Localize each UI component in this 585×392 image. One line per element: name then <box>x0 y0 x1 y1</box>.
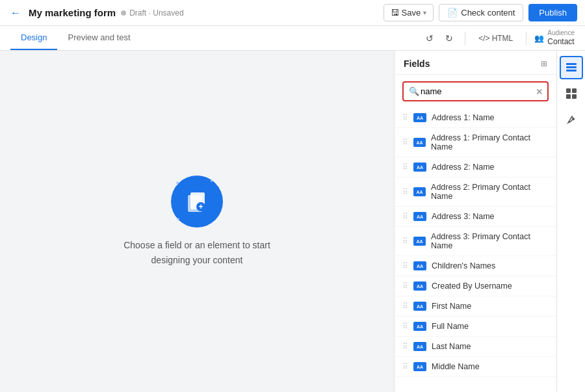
redo-button[interactable]: ↻ <box>441 31 457 46</box>
field-type-icon: AA <box>413 322 426 331</box>
side-tool-add[interactable] <box>560 82 583 105</box>
list-item[interactable]: ⠿ AA Address 1: Primary Contact Name <box>395 128 556 157</box>
check-content-button[interactable]: 📄 Check content <box>439 4 523 21</box>
fields-title: Fields <box>404 59 430 69</box>
field-type-icon: AA <box>413 281 426 291</box>
svg-rect-5 <box>566 66 577 68</box>
drag-handle-icon: ⠿ <box>402 302 408 311</box>
main-layout: ✦ ✦ ✦ + Choose a field or an element to … <box>0 51 585 392</box>
chevron-down-icon: ▾ <box>423 9 426 16</box>
audience-icon: 👥 <box>534 34 544 43</box>
sparkle-icon-1: ✦ <box>175 179 180 187</box>
list-item[interactable]: ⠿ AA Address 2: Name <box>395 157 556 177</box>
list-item[interactable]: ⠿ AA First Name <box>395 296 556 317</box>
canvas-area: ✦ ✦ ✦ + Choose a field or an element to … <box>0 51 394 392</box>
list-item[interactable]: ⠿ AA Address 2: Primary Contact Name <box>395 177 556 207</box>
drag-handle-icon: ⠿ <box>402 113 408 122</box>
audience-section: 👥 Audience Contact <box>534 29 575 47</box>
right-panel: Fields ⊞ 🔍 ✕ ⠿ AA Address 1: Name ⠿ AA A… <box>394 51 585 392</box>
undo-button[interactable]: ↺ <box>422 31 437 46</box>
drag-handle-icon: ⠿ <box>402 322 408 331</box>
list-item[interactable]: ⠿ AA Children's Names <box>395 256 556 276</box>
topbar-left: ← My marketing form Draft · Unsaved <box>8 6 377 20</box>
divider <box>465 32 465 45</box>
drag-handle-icon: ⠿ <box>402 163 408 172</box>
svg-rect-6 <box>566 70 577 72</box>
tab-bar: Design Preview and test ↺ ↻ </> HTML 👥 A… <box>0 26 585 51</box>
drag-handle-icon: ⠿ <box>402 281 408 291</box>
drag-handle-icon: ⠿ <box>402 362 408 371</box>
check-label: Check content <box>461 8 515 18</box>
search-box: 🔍 ✕ <box>402 81 549 101</box>
tabbar-right: ↺ ↻ </> HTML 👥 Audience Contact <box>422 29 575 47</box>
style-icon <box>566 114 577 125</box>
field-type-icon: AA <box>413 342 426 351</box>
svg-text:+: + <box>198 202 203 211</box>
fields-header: Fields ⊞ <box>395 51 556 75</box>
field-type-icon: AA <box>413 261 426 270</box>
topbar-right: 🖫 Save ▾ 📄 Check content Publish <box>384 4 577 21</box>
canvas-empty-icon: ✦ ✦ ✦ + <box>171 176 223 228</box>
fields-expand-button[interactable]: ⊞ <box>541 59 547 68</box>
svg-rect-4 <box>566 63 577 65</box>
undo-redo-group: ↺ ↻ <box>422 31 457 46</box>
drag-handle-icon: ⠿ <box>402 212 408 221</box>
svg-rect-7 <box>566 88 571 93</box>
check-icon: 📄 <box>447 8 458 18</box>
html-button[interactable]: </> HTML <box>473 31 518 46</box>
field-type-icon: AA <box>413 138 426 147</box>
drag-handle-icon: ⠿ <box>402 261 408 270</box>
field-type-icon: AA <box>413 163 426 172</box>
list-item[interactable]: ⠿ AA Address 3: Primary Contact Name <box>395 227 556 256</box>
field-label: First Name <box>432 302 471 311</box>
audience-label: Audience <box>547 29 575 37</box>
field-type-icon: AA <box>413 113 426 122</box>
contact-label: Contact <box>547 37 575 47</box>
drag-handle-icon: ⠿ <box>402 237 408 246</box>
fields-panel: Fields ⊞ 🔍 ✕ ⠿ AA Address 1: Name ⠿ AA A… <box>394 51 556 392</box>
svg-point-11 <box>572 118 575 120</box>
field-label: Address 1: Name <box>432 113 495 122</box>
sparkle-icon-3: ✦ <box>176 216 181 222</box>
divider2 <box>526 32 526 45</box>
side-tool-fields[interactable] <box>560 56 583 79</box>
list-item[interactable]: ⠿ AA Last Name <box>395 337 556 357</box>
search-clear-button[interactable]: ✕ <box>536 86 543 97</box>
field-type-icon: AA <box>413 212 426 221</box>
list-item[interactable]: ⠿ AA Address 3: Name <box>395 207 556 227</box>
publish-button[interactable]: Publish <box>528 4 577 21</box>
svg-rect-9 <box>566 94 571 99</box>
field-label: Created By Username <box>432 281 512 291</box>
list-item[interactable]: ⠿ AA Middle Name <box>395 357 556 377</box>
drag-handle-icon: ⠿ <box>402 138 408 147</box>
field-label: Full Name <box>432 322 469 331</box>
list-item[interactable]: ⠿ AA Full Name <box>395 317 556 337</box>
side-toolbar <box>556 51 585 392</box>
draft-badge: Draft · Unsaved <box>121 8 183 18</box>
field-type-icon: AA <box>413 187 426 196</box>
field-label: Address 2: Name <box>432 163 495 172</box>
svg-rect-8 <box>572 88 577 93</box>
list-item[interactable]: ⠿ AA Address 1: Name <box>395 108 556 128</box>
drag-handle-icon: ⠿ <box>402 342 408 351</box>
tab-design[interactable]: Design <box>10 26 57 50</box>
field-label: Address 1: Primary Contact Name <box>431 133 549 151</box>
field-label: Last Name <box>432 342 471 351</box>
back-button[interactable]: ← <box>8 6 23 20</box>
code-icon: </> <box>478 34 489 43</box>
svg-rect-10 <box>572 94 577 99</box>
side-tool-style[interactable] <box>560 108 583 131</box>
add-element-icon <box>566 88 577 99</box>
fields-list-icon <box>566 62 577 73</box>
list-item[interactable]: ⠿ AA Created By Username <box>395 276 556 296</box>
field-label: Children's Names <box>432 261 495 270</box>
canvas-text-line2: designing your content <box>124 253 270 267</box>
save-button[interactable]: 🖫 Save ▾ <box>384 4 434 21</box>
field-label: Address 3: Name <box>432 212 495 221</box>
field-label: Address 2: Primary Contact Name <box>431 183 549 201</box>
tab-preview[interactable]: Preview and test <box>57 26 140 50</box>
tabs: Design Preview and test <box>10 26 141 50</box>
draft-dot-icon <box>121 10 126 16</box>
search-input[interactable] <box>404 83 547 100</box>
page-title: My marketing form <box>29 7 116 18</box>
